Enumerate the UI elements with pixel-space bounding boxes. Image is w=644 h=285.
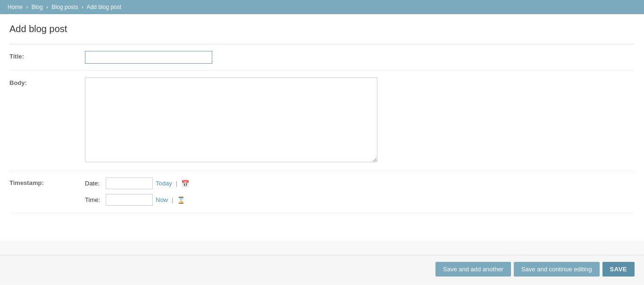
- title-input[interactable]: [85, 51, 212, 64]
- main-content: Add blog post Title: Body: Timestamp: Da…: [0, 14, 644, 241]
- body-row: Body:: [9, 71, 635, 171]
- timestamp-label: Timestamp:: [9, 177, 85, 186]
- breadcrumb-current: Add blog post: [86, 4, 121, 10]
- clock-icon[interactable]: ⌛: [177, 196, 184, 204]
- save-continue-button[interactable]: Save and continue editing: [514, 262, 600, 277]
- breadcrumb-sep-1: ›: [26, 4, 28, 10]
- date-row: Date: Today | 📅: [85, 177, 189, 189]
- breadcrumb-home[interactable]: Home: [8, 4, 23, 10]
- save-add-another-button[interactable]: Save and add another: [435, 262, 511, 277]
- time-row: Time: Now | ⌛: [85, 194, 189, 206]
- breadcrumb-sep-2: ›: [46, 4, 48, 10]
- save-button[interactable]: SAVE: [602, 262, 635, 277]
- title-row: Title:: [9, 44, 635, 71]
- now-link[interactable]: Now: [156, 196, 168, 203]
- breadcrumb-bar: Home › Blog › Blog posts › Add blog post: [0, 0, 644, 14]
- title-label: Title:: [9, 51, 85, 60]
- body-label: Body:: [9, 77, 85, 86]
- time-separator: |: [172, 196, 173, 203]
- timestamp-row: Timestamp: Date: Today | 📅 Time: Now | ⌛: [9, 171, 635, 213]
- page-title: Add blog post: [9, 24, 635, 34]
- timestamp-fields: Date: Today | 📅 Time: Now | ⌛: [85, 177, 189, 206]
- title-field: [85, 51, 635, 64]
- date-separator: |: [176, 180, 177, 187]
- breadcrumb-blog[interactable]: Blog: [32, 4, 43, 10]
- body-textarea[interactable]: [85, 77, 377, 162]
- time-label: Time:: [85, 196, 103, 203]
- footer-bar: Save and add another Save and continue e…: [0, 255, 644, 283]
- time-input[interactable]: [106, 194, 153, 206]
- date-label: Date:: [85, 180, 103, 187]
- today-link[interactable]: Today: [156, 180, 172, 187]
- calendar-icon[interactable]: 📅: [181, 180, 189, 187]
- form-section: Title: Body: Timestamp: Date: Today |: [9, 44, 635, 213]
- breadcrumb-blog-posts[interactable]: Blog posts: [51, 4, 78, 10]
- date-input[interactable]: [106, 177, 153, 189]
- breadcrumb-sep-3: ›: [82, 4, 84, 10]
- body-field: [85, 77, 635, 164]
